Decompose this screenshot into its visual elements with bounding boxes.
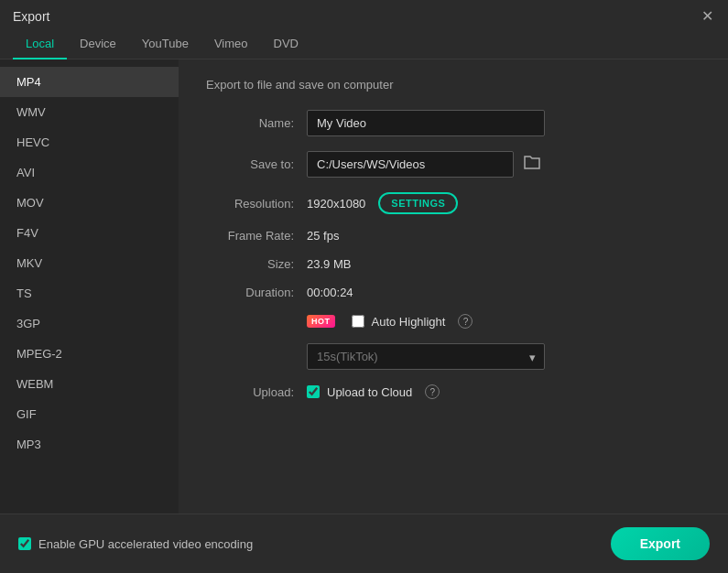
auto-highlight-checkbox[interactable]	[352, 315, 364, 328]
tiktok-row: 15s(TikTok)	[206, 343, 701, 370]
path-display: C:/Users/WS/Videos	[307, 151, 514, 178]
window-title: Export	[13, 9, 49, 24]
tiktok-dropdown[interactable]: 15s(TikTok)	[307, 343, 545, 370]
sidebar-item-wmv[interactable]: WMV	[0, 97, 179, 127]
sidebar-item-gif[interactable]: GIF	[0, 399, 179, 429]
upload-to-cloud-label: Upload to Cloud	[327, 385, 412, 399]
sidebar-item-ts[interactable]: TS	[0, 278, 179, 308]
tiktok-dropdown-wrapper: 15s(TikTok)	[307, 343, 545, 370]
save-to-row: Save to: C:/Users/WS/Videos	[206, 151, 701, 178]
resolution-value: 1920x1080	[307, 197, 365, 211]
sidebar-item-3gp[interactable]: 3GP	[0, 308, 179, 339]
content-area: MP4 WMV HEVC AVI MOV F4V MKV TS 3GP MPEG…	[0, 59, 728, 514]
main-panel: Export to file and save on computer Name…	[179, 59, 728, 514]
auto-highlight-label: Auto Highlight	[372, 315, 446, 329]
name-label: Name:	[206, 116, 307, 130]
section-title: Export to file and save on computer	[206, 78, 701, 92]
frame-rate-value: 25 fps	[307, 229, 339, 243]
upload-to-cloud-checkbox-label[interactable]: Upload to Cloud	[307, 385, 412, 399]
upload-help-icon[interactable]: ?	[425, 384, 440, 399]
close-button[interactable]: ✕	[700, 9, 715, 24]
duration-label: Duration:	[206, 286, 307, 299]
settings-button[interactable]: SETTINGS	[378, 192, 458, 214]
auto-highlight-row: HOT Auto Highlight ?	[206, 314, 701, 329]
sidebar-item-avi[interactable]: AVI	[0, 157, 179, 188]
tab-local[interactable]: Local	[13, 29, 67, 59]
sidebar-item-mp4[interactable]: MP4	[0, 67, 179, 97]
size-row: Size: 23.9 MB	[206, 257, 701, 271]
gpu-label[interactable]: Enable GPU accelerated video encoding	[18, 537, 253, 551]
path-row: C:/Users/WS/Videos	[307, 151, 545, 178]
tab-dvd[interactable]: DVD	[261, 29, 311, 59]
sidebar-item-mkv[interactable]: MKV	[0, 248, 179, 278]
tab-vimeo[interactable]: Vimeo	[201, 29, 261, 59]
resolution-value-row: 1920x1080 SETTINGS	[307, 192, 458, 214]
upload-to-cloud-checkbox[interactable]	[307, 385, 320, 398]
size-value: 23.9 MB	[307, 257, 351, 271]
name-row: Name:	[206, 110, 701, 136]
name-input[interactable]	[307, 110, 545, 136]
browse-folder-button[interactable]	[519, 152, 545, 177]
sidebar-item-f4v[interactable]: F4V	[0, 218, 179, 248]
sidebar-item-hevc[interactable]: HEVC	[0, 127, 179, 157]
duration-value: 00:00:24	[307, 286, 353, 299]
sidebar-item-mp3[interactable]: MP3	[0, 429, 179, 459]
auto-highlight-help-icon[interactable]: ?	[458, 314, 473, 329]
auto-highlight-checkbox-label[interactable]: Auto Highlight	[352, 315, 446, 329]
hot-badge: HOT	[307, 315, 335, 328]
save-to-label: Save to:	[206, 157, 307, 171]
sidebar-item-webm[interactable]: WEBM	[0, 369, 179, 399]
size-label: Size:	[206, 257, 307, 271]
frame-rate-label: Frame Rate:	[206, 229, 307, 243]
resolution-row: Resolution: 1920x1080 SETTINGS	[206, 192, 701, 214]
title-bar: Export ✕	[0, 0, 728, 29]
export-window: Export ✕ Local Device YouTube Vimeo DVD …	[0, 0, 728, 573]
tab-youtube[interactable]: YouTube	[129, 29, 201, 59]
sidebar-item-mov[interactable]: MOV	[0, 188, 179, 218]
upload-label: Upload:	[206, 385, 307, 399]
tab-bar: Local Device YouTube Vimeo DVD	[0, 29, 728, 59]
duration-row: Duration: 00:00:24	[206, 286, 701, 299]
format-sidebar: MP4 WMV HEVC AVI MOV F4V MKV TS 3GP MPEG…	[0, 59, 179, 514]
frame-rate-row: Frame Rate: 25 fps	[206, 229, 701, 243]
sidebar-item-mpeg2[interactable]: MPEG-2	[0, 339, 179, 369]
gpu-checkbox[interactable]	[18, 537, 31, 550]
export-button[interactable]: Export	[611, 527, 710, 560]
bottom-bar: Enable GPU accelerated video encoding Ex…	[0, 514, 728, 573]
upload-row: Upload: Upload to Cloud ?	[206, 384, 701, 399]
resolution-label: Resolution:	[206, 197, 307, 211]
gpu-label-text: Enable GPU accelerated video encoding	[38, 537, 253, 551]
tab-device[interactable]: Device	[67, 29, 129, 59]
